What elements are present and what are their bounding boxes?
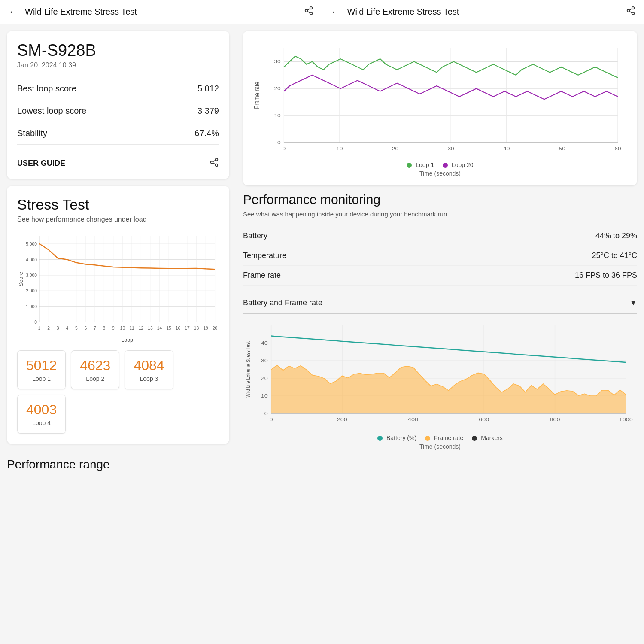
loop-score-box-4: 4003 Loop 4	[17, 395, 66, 434]
loop-score-2-value: 4623	[80, 358, 110, 374]
svg-text:7: 7	[94, 325, 96, 331]
user-guide-share-icon[interactable]	[210, 158, 219, 169]
svg-text:1,000: 1,000	[26, 304, 37, 309]
svg-line-3	[307, 11, 310, 13]
svg-text:600: 600	[479, 417, 489, 422]
svg-text:400: 400	[408, 417, 418, 422]
device-info-card: SM-S928B Jan 20, 2024 10:39 Best loop sc…	[7, 31, 229, 179]
svg-text:10: 10	[120, 325, 125, 331]
temperature-row: Temperature 25°C to 41°C	[243, 246, 637, 266]
left-nav-bar: ← Wild Life Extreme Stress Test	[0, 0, 322, 24]
svg-text:17: 17	[185, 325, 190, 331]
svg-text:30: 30	[274, 59, 280, 64]
loop-score-1-value: 5012	[26, 358, 57, 374]
performance-range-title: Performance range	[7, 458, 229, 471]
loop-scores-container: 5012 Loop 1 4623 Loop 2 4084 Loop 3 4003…	[17, 350, 219, 434]
svg-text:0: 0	[264, 411, 268, 416]
right-nav-back-icon[interactable]: ←	[331, 6, 340, 18]
battery-frame-chart: 02004006008001000010203040Wild Life Extr…	[243, 321, 637, 433]
svg-text:19: 19	[203, 325, 208, 331]
svg-text:0: 0	[34, 319, 37, 325]
loop1-legend: Loop 1	[407, 161, 434, 168]
svg-text:8: 8	[103, 325, 105, 331]
svg-text:14: 14	[157, 325, 162, 331]
svg-text:20: 20	[392, 146, 398, 151]
battery-chart-x-label: Time (seconds)	[243, 443, 637, 450]
svg-point-6	[627, 9, 630, 12]
svg-text:Loop: Loop	[122, 337, 133, 343]
svg-point-7	[632, 12, 635, 15]
svg-text:Frame rate: Frame rate	[253, 82, 261, 109]
svg-text:60: 60	[614, 146, 621, 151]
device-date: Jan 20, 2024 10:39	[17, 61, 219, 69]
frame-rate-legend-item: Frame rate	[425, 434, 463, 441]
left-nav-share-icon[interactable]	[304, 6, 313, 18]
frame-rate-stat-value: 16 FPS to 36 FPS	[575, 271, 637, 280]
svg-text:800: 800	[550, 417, 560, 422]
svg-text:10: 10	[336, 146, 343, 151]
stress-test-chart: 01,0002,0003,0004,0005,00012345678910111…	[17, 232, 219, 343]
markers-legend-item: Markers	[472, 434, 502, 441]
svg-line-8	[629, 11, 632, 13]
lowest-loop-value: 3 379	[197, 106, 219, 116]
svg-text:16: 16	[176, 325, 181, 331]
svg-text:Wild Life Extreme Stress Test: Wild Life Extreme Stress Test	[244, 341, 251, 398]
svg-text:12: 12	[139, 325, 144, 331]
performance-monitoring-section: Performance monitoring See what was happ…	[243, 192, 637, 450]
svg-text:10: 10	[274, 113, 280, 118]
performance-range-section: Performance range	[7, 451, 229, 481]
loop-score-4-label: Loop 4	[26, 419, 57, 426]
frame-rate-stat-row: Frame rate 16 FPS to 36 FPS	[243, 266, 637, 286]
svg-point-12	[216, 164, 218, 167]
svg-point-10	[216, 158, 218, 161]
battery-frame-dropdown[interactable]: Battery and Frame rate ▼	[243, 292, 637, 314]
battery-legend-item: Battery (%)	[377, 434, 416, 441]
svg-line-14	[213, 160, 216, 162]
left-panel: SM-S928B Jan 20, 2024 10:39 Best loop sc…	[0, 24, 236, 644]
best-loop-label: Best loop score	[17, 84, 76, 94]
dropdown-arrow-icon: ▼	[629, 298, 637, 307]
stress-test-title: Stress Test	[17, 196, 219, 213]
svg-text:3: 3	[57, 325, 59, 331]
right-nav-title: Wild Life Extreme Stress Test	[347, 7, 626, 17]
loop20-legend: Loop 20	[443, 161, 474, 168]
dropdown-label-text: Battery and Frame rate	[243, 298, 322, 307]
svg-text:20: 20	[274, 86, 280, 91]
svg-text:2: 2	[47, 325, 50, 331]
user-guide-label: USER GUIDE	[17, 159, 65, 168]
perf-monitoring-title: Performance monitoring	[243, 192, 637, 207]
frame-rate-stat-label: Frame rate	[243, 271, 281, 280]
svg-point-11	[211, 161, 213, 164]
svg-point-2	[310, 12, 312, 15]
svg-text:4: 4	[66, 325, 68, 331]
user-guide-row: USER GUIDE	[17, 149, 219, 169]
svg-point-1	[305, 9, 307, 12]
svg-text:11: 11	[129, 325, 134, 331]
battery-row: Battery 44% to 29%	[243, 226, 637, 246]
svg-text:2,000: 2,000	[26, 288, 37, 293]
svg-text:3,000: 3,000	[26, 273, 37, 278]
svg-text:20: 20	[261, 376, 268, 381]
svg-text:50: 50	[559, 146, 565, 151]
svg-text:0: 0	[282, 146, 286, 151]
perf-monitoring-subtitle: See what was happening inside your devic…	[243, 210, 637, 218]
right-panel: 01020300102030405060Frame rate Loop 1 Lo…	[236, 24, 644, 644]
svg-text:10: 10	[261, 393, 268, 399]
svg-text:40: 40	[261, 340, 268, 346]
right-nav-share-icon[interactable]	[626, 6, 635, 18]
stability-row: Stability 67.4%	[17, 122, 219, 145]
device-name: SM-S928B	[17, 41, 219, 60]
svg-point-0	[310, 7, 312, 9]
frame-rate-legend: Loop 1 Loop 20	[252, 161, 629, 168]
stability-label: Stability	[17, 128, 47, 138]
stress-test-card: Stress Test See how performance changes …	[7, 186, 229, 444]
loop-score-3-label: Loop 3	[134, 375, 164, 382]
svg-text:1000: 1000	[619, 417, 633, 422]
left-nav-title: Wild Life Extreme Stress Test	[25, 7, 304, 17]
left-nav-back-icon[interactable]: ←	[9, 6, 18, 18]
best-loop-value: 5 012	[197, 84, 219, 94]
temperature-value: 25°C to 41°C	[592, 251, 637, 260]
svg-text:Score: Score	[18, 272, 24, 286]
loop-score-4-value: 4003	[26, 402, 57, 418]
svg-text:20: 20	[213, 325, 218, 331]
